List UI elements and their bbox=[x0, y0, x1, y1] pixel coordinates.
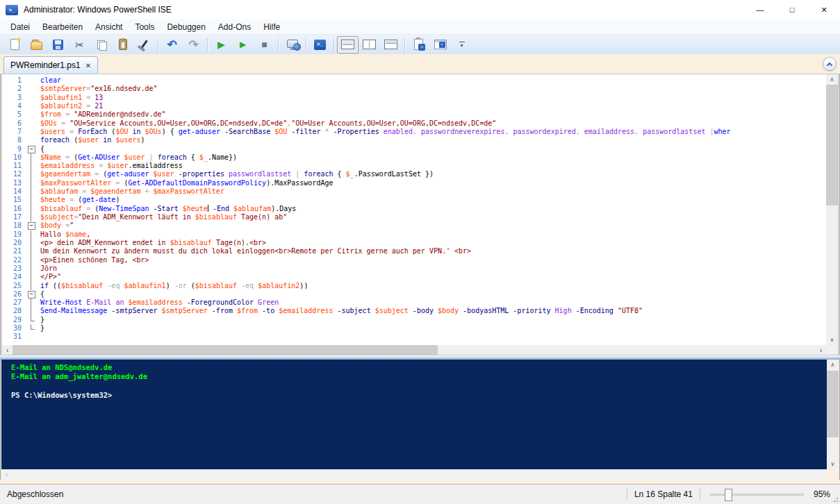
menu-debuggen[interactable]: Debuggen bbox=[160, 21, 211, 33]
stop-operation-button[interactable]: ■ bbox=[254, 36, 275, 53]
code-line-21[interactable]: 21Um dein Kennwort zu ändern musst du di… bbox=[2, 247, 826, 255]
paste-button[interactable] bbox=[112, 36, 133, 53]
tab-pwreminder1[interactable]: PWReminder1.ps1 ✕ bbox=[3, 56, 98, 74]
console-horizontal-scrollbar[interactable]: ‹ bbox=[1, 469, 827, 480]
console-pane: E-Mail an NDS@ndsedv.deE-Mail an adm_jwa… bbox=[1, 360, 839, 480]
code-line-24[interactable]: 24</P>" bbox=[2, 273, 826, 281]
cut-button[interactable]: ✂ bbox=[69, 36, 90, 53]
code-line-28[interactable]: 28Send-Mailmessage -smtpServer $smtpServ… bbox=[2, 307, 826, 315]
menu-datei[interactable]: Datei bbox=[4, 21, 36, 33]
undo-icon: ↶ bbox=[167, 39, 176, 51]
toolbar-separator bbox=[306, 37, 306, 51]
code-line-20[interactable]: 20<p> dein ADM_Kennwort endet in $bisabl… bbox=[2, 239, 826, 247]
scroll-up-icon[interactable]: ∧ bbox=[826, 74, 838, 85]
code-line-16[interactable]: 16$bisablauf = (New-TimeSpan -Start $heu… bbox=[2, 205, 826, 213]
code-line-10[interactable]: 10$Name = (Get-ADUser $user | foreach { … bbox=[2, 153, 826, 162]
powershell-window-button[interactable] bbox=[429, 36, 451, 53]
console-prompt[interactable]: PS C:\Windows\system32> bbox=[11, 391, 827, 400]
console-output[interactable]: E-Mail an NDS@ndsedv.deE-Mail an adm_jwa… bbox=[1, 360, 827, 469]
console-vertical-scrollbar[interactable]: ∧ ∨ bbox=[827, 360, 839, 469]
menu-hilfe[interactable]: Hilfe bbox=[257, 21, 286, 33]
fold-margin bbox=[27, 230, 36, 239]
zoom-slider[interactable] bbox=[710, 494, 804, 496]
code-text: Write-Host E-Mail an $emailaddress -Fore… bbox=[40, 299, 279, 307]
scroll-left-icon[interactable]: ‹ bbox=[2, 345, 13, 355]
runsel-icon: ▶ bbox=[237, 40, 249, 49]
code-line-9[interactable]: 9{ bbox=[2, 145, 826, 153]
code-line-14[interactable]: 14$ablaufam = $geaendertam + $maxPasswor… bbox=[2, 187, 826, 196]
fold-margin bbox=[27, 170, 36, 178]
tab-close-icon[interactable]: ✕ bbox=[85, 62, 91, 69]
editor-horizontal-scrollbar[interactable]: ‹ › bbox=[2, 345, 826, 355]
menu-ansicht[interactable]: Ansicht bbox=[89, 21, 129, 33]
code-line-1[interactable]: 1clear bbox=[2, 76, 826, 85]
code-line-15[interactable]: 15$heute = (get-date) bbox=[2, 196, 826, 204]
show-script-pane-right-button[interactable] bbox=[359, 36, 380, 53]
code-line-3[interactable]: 3$ablaufin1 = 13 bbox=[2, 94, 826, 102]
zoom-slider-thumb[interactable] bbox=[725, 489, 732, 501]
menubar: DateiBearbeitenAnsichtToolsDebuggenAdd-O… bbox=[0, 19, 840, 35]
console-scroll-up-icon[interactable]: ∧ bbox=[827, 360, 839, 370]
code-line-25[interactable]: 25if (($bisablauf -eq $ablaufin1) -or ($… bbox=[2, 282, 826, 290]
code-line-17[interactable]: 17$subject="Dein ADM_Kennwort läuft in $… bbox=[2, 213, 826, 221]
code-text: $ablaufin2 = 21 bbox=[40, 102, 103, 110]
menu-add-ons[interactable]: Add-Ons bbox=[212, 21, 257, 33]
console-vscroll-thumb[interactable] bbox=[827, 371, 839, 437]
fold-collapse-icon[interactable] bbox=[27, 290, 36, 299]
show-script-pane-maximized-button[interactable] bbox=[380, 36, 402, 53]
close-button[interactable]: ✕ bbox=[808, 0, 840, 19]
fold-collapse-icon[interactable] bbox=[27, 145, 36, 153]
code-line-22[interactable]: 22<p>Einen schönen Tag, <br> bbox=[2, 256, 826, 264]
open-script-button[interactable] bbox=[26, 36, 47, 53]
run-selection-button[interactable]: ▶ bbox=[232, 36, 254, 53]
stop-icon: ■ bbox=[261, 40, 267, 49]
run-script-button[interactable]: ▶ bbox=[211, 36, 232, 53]
fold-margin bbox=[27, 316, 36, 324]
code-line-19[interactable]: 19Hallo $name, bbox=[2, 230, 826, 239]
code-line-8[interactable]: 8foreach ($user in $users) bbox=[2, 136, 826, 144]
redo-button[interactable]: ↷ bbox=[183, 36, 204, 53]
resize-grip-icon[interactable] bbox=[830, 494, 839, 503]
code-line-23[interactable]: 23Jörn bbox=[2, 264, 826, 273]
scroll-right-icon[interactable]: › bbox=[816, 345, 826, 355]
code-line-31[interactable]: 31 bbox=[2, 333, 826, 341]
code-line-29[interactable]: 29} bbox=[2, 316, 826, 324]
code-line-5[interactable]: 5$from = "ADReminder@ndsedv.de" bbox=[2, 110, 826, 119]
maximize-button[interactable]: □ bbox=[776, 0, 808, 19]
code-line-30[interactable]: 30} bbox=[2, 324, 826, 333]
show-script-pane-top-button[interactable] bbox=[337, 36, 359, 53]
menu-bearbeiten[interactable]: Bearbeiten bbox=[36, 21, 89, 33]
code-line-27[interactable]: 27Write-Host E-Mail an $emailaddress -Fo… bbox=[2, 299, 826, 307]
code-line-7[interactable]: 7$users = ForEach ($OU in $OUs) { get-ad… bbox=[2, 128, 826, 136]
code-line-2[interactable]: 2$smtpServer="ex16.ndsedv.de" bbox=[2, 85, 826, 93]
new-powershell-tab-button[interactable] bbox=[408, 36, 429, 53]
clear-console-pane-button[interactable] bbox=[133, 36, 155, 53]
code-line-12[interactable]: 12$geaendertam = (get-aduser $user -prop… bbox=[2, 170, 826, 178]
editor-vertical-scrollbar[interactable]: ∧ ∨ bbox=[826, 74, 838, 345]
code-line-18[interactable]: 18$body =" bbox=[2, 221, 826, 230]
collapse-script-pane-button[interactable] bbox=[823, 57, 837, 71]
editor-hscroll-thumb[interactable] bbox=[13, 345, 438, 355]
fold-collapse-icon[interactable] bbox=[27, 221, 36, 230]
code-editor[interactable]: 1clear2$smtpServer="ex16.ndsedv.de"3$abl… bbox=[2, 74, 826, 345]
editor-vscroll-thumb[interactable] bbox=[826, 85, 838, 205]
new-remote-powershell-tab-button[interactable] bbox=[281, 36, 303, 53]
console-scroll-down-icon[interactable]: ∨ bbox=[827, 459, 839, 469]
copy-button[interactable] bbox=[90, 36, 112, 53]
code-line-11[interactable]: 11$emailaddress = $user.emailaddress bbox=[2, 162, 826, 170]
line-number: 25 bbox=[2, 282, 27, 290]
toolbar-overflow-button[interactable]: ▾ bbox=[451, 36, 472, 53]
new-script-button[interactable] bbox=[4, 36, 26, 53]
code-line-4[interactable]: 4$ablaufin2 = 21 bbox=[2, 102, 826, 110]
code-line-6[interactable]: 6$OUs = "OU=Service Accounts,OU=User,OU=… bbox=[2, 119, 826, 128]
console-scroll-left-icon[interactable]: ‹ bbox=[1, 469, 12, 479]
code-line-13[interactable]: 13$maxPasswortAlter = (Get-ADDefaultDoma… bbox=[2, 179, 826, 187]
line-number: 6 bbox=[2, 119, 27, 128]
scroll-down-icon[interactable]: ∨ bbox=[826, 335, 838, 345]
start-powershell-button[interactable]: >_ bbox=[309, 36, 331, 53]
undo-button[interactable]: ↶ bbox=[161, 36, 183, 53]
code-line-26[interactable]: 26{ bbox=[2, 290, 826, 299]
save-button[interactable] bbox=[47, 36, 69, 53]
minimize-button[interactable]: — bbox=[744, 0, 776, 19]
menu-tools[interactable]: Tools bbox=[129, 21, 160, 33]
